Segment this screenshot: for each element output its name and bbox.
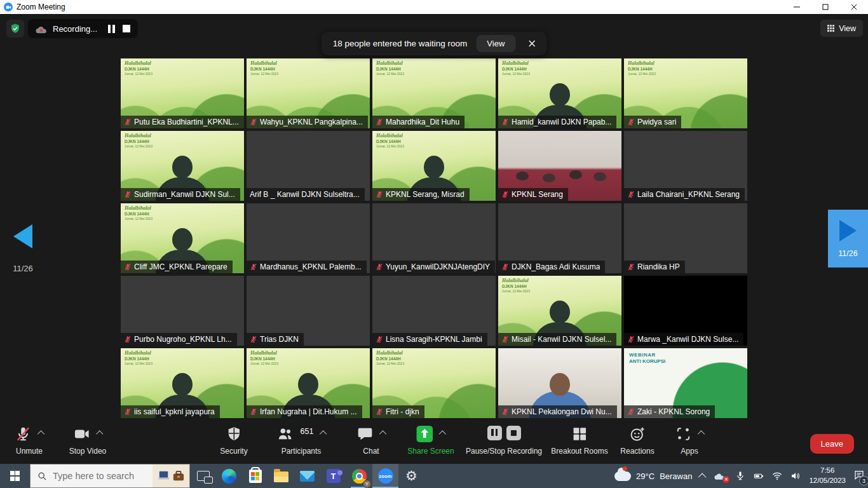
participant-name: Yuyun_KanwilDJKNJAtengDIY [386,262,490,271]
participant-name-label: Pwidya sari [624,116,681,128]
taskbar-clock[interactable]: 7:56 12/05/2023 [809,466,846,485]
taskbar-chrome[interactable]: Y [346,464,372,488]
chat-button[interactable]: Chat [357,426,386,456]
participant-tile[interactable]: Trias DJKN [247,276,370,346]
participant-tile[interactable]: HalalbihalalDJKN 1444HJumat, 12 Mei 2023… [247,348,370,418]
participant-tile[interactable]: HalalbihalalDJKN 1444HJumat, 12 Mei 2023… [372,58,496,128]
participant-tile[interactable]: HalalbihalalDJKN 1444HJumat, 12 Mei 2023… [498,276,621,346]
chevron-up-icon[interactable] [96,430,103,437]
participant-name: Zaki - KPKNL Sorong [637,407,710,416]
taskbar-file-explorer[interactable] [268,464,294,488]
participant-name-label: Wahyu_KPKNL Pangkalpina... [247,116,368,128]
participant-tile[interactable]: HalalbihalalDJKN 1444HJumat, 12 Mei 2023… [372,131,496,201]
participant-tile[interactable]: HalalbihalalDJKN 1444HJumat, 12 Mei 2023… [498,58,621,128]
minimize-button[interactable] [782,0,811,14]
breakout-rooms-button[interactable]: Breakout Rooms [551,426,607,456]
participant-tile[interactable]: KPKNL Pekalongan Dwi Nu... [498,348,621,418]
teams-icon: T [327,469,341,483]
close-button[interactable] [839,0,868,14]
taskbar-settings[interactable]: ⚙ [398,464,424,488]
mic-muted-icon [376,408,383,416]
taskbar-teams[interactable]: T [320,464,346,488]
taskbar-store[interactable] [242,464,268,488]
clock-time: 7:56 [809,466,846,476]
weather-widget[interactable]: 29°C Berawan [614,471,692,481]
participant-tile[interactable]: HalalbihalalDJKN 1444HJumat, 12 Mei 2023… [121,131,244,201]
participant-tile[interactable]: Marwa _Kanwil DJKN Sulse... [624,276,747,346]
stop-video-button[interactable]: Stop Video [69,426,107,456]
tray-overflow-chevron-icon[interactable] [698,473,707,481]
participant-tile[interactable]: WEBINARANTI KORUPSI Zaki - KPKNL Sorong [624,348,747,418]
search-bing-image[interactable] [153,464,189,487]
participant-tile[interactable]: Purbo Nugroho_KPKNL Lh... [121,276,244,346]
reactions-button[interactable]: Reactions [620,426,654,456]
chevron-up-icon[interactable] [698,430,705,437]
toolbar-button-label: Security [220,447,247,456]
taskbar-edge[interactable] [216,464,242,488]
start-button[interactable] [0,464,30,488]
mic-muted-icon [627,191,635,198]
apps-button[interactable]: Apps [675,426,704,456]
next-page-button[interactable]: 11/26 [828,210,868,268]
mic-muted-icon [250,408,257,416]
participant-name-label: Arif B _ Kanwil DJKN Sulseltra... [247,188,365,201]
taskbar-search[interactable] [30,464,190,488]
participant-tile[interactable]: Yuyun_KanwilDJKNJAtengDIY [372,203,496,273]
participant-tile[interactable]: Lisna Saragih-KPKNL Jambi [372,276,496,346]
participant-tile[interactable]: HalalbihalalDJKN 1444HJumat, 12 Mei 2023… [624,58,747,128]
task-view-button[interactable] [190,464,216,488]
chevron-up-icon[interactable] [379,430,386,437]
participants-button[interactable]: 651Participants [277,426,326,456]
waiting-room-notification: 18 people entered the waiting room View [322,32,547,55]
mic-muted-icon [501,191,509,198]
unmute-button[interactable]: Unmute [15,426,44,456]
participant-tile[interactable]: HalalbihalalDJKN 1444HJumat, 12 Mei 2023… [121,348,244,418]
waiting-room-view-button[interactable]: View [476,35,515,52]
volume-icon[interactable] [790,471,801,481]
participant-tile[interactable]: Arif B _ Kanwil DJKN Sulseltra... [247,131,370,201]
participant-tile[interactable]: HalalbihalalDJKN 1444HJumat, 12 Mei 2023… [247,58,370,128]
onedrive-icon[interactable]: ✕ [714,471,727,480]
search-input[interactable] [53,471,142,481]
maximize-button[interactable] [811,0,839,14]
action-center-button[interactable]: 3 [854,470,864,482]
participant-name: Mahardhika_Dit Huhu [386,118,459,126]
participant-tile[interactable]: HalalbihalalDJKN 1444HJumat, 12 Mei 2023… [121,58,244,128]
participant-tile[interactable]: KPKNL Serang [498,131,621,201]
tray-mic-icon[interactable] [735,471,745,481]
battery-icon[interactable] [754,471,764,481]
security-button[interactable]: Security [220,426,247,456]
meeting-security-badge[interactable] [6,20,24,37]
leave-button[interactable]: Leave [810,434,854,454]
taskbar-mail[interactable] [294,464,320,488]
wifi-icon[interactable] [772,471,782,481]
share-screen-button[interactable]: Share Screen [407,426,454,456]
participant-name: Mardhanus_KPKNL Palemb... [260,262,362,271]
stop-recording-icon[interactable] [123,25,130,32]
pause-stop-recording-button[interactable]: Pause/Stop Recording [466,426,542,456]
participant-name-label: KPKNL Serang [498,188,568,201]
pause-recording-icon[interactable] [108,25,115,33]
taskbar-zoom[interactable]: zoom [372,464,398,488]
participant-tile[interactable]: Mardhanus_KPKNL Palemb... [247,203,370,273]
participant-tile[interactable]: DJKN_Bagas Adi Kusuma [498,203,621,273]
participant-tile[interactable]: Riandika HP [624,203,747,273]
chevron-up-icon[interactable] [439,430,446,437]
participant-tile[interactable]: HalalbihalalDJKN 1444HJumat, 12 Mei 2023… [121,203,244,273]
chevron-up-icon[interactable] [320,430,327,437]
chevron-up-icon[interactable] [37,430,44,437]
participant-name: Lisna Saragih-KPKNL Jambi [386,335,482,344]
participant-head-silhouette [550,373,570,396]
notification-close-icon[interactable] [524,37,539,50]
zoom-icon: zoom [378,468,393,484]
edge-icon [222,469,236,484]
mic-muted-icon [501,336,509,343]
mic-muted-icon [124,408,132,416]
waiting-room-message: 18 people entered the waiting room [333,39,468,48]
participant-name-label: Lisna Saragih-KPKNL Jambi [372,333,487,346]
view-button[interactable]: View [820,20,863,37]
mic-muted-icon [124,118,132,126]
participant-tile[interactable]: Laila Chairani_KPKNL Serang [624,131,747,201]
previous-page-button[interactable]: 11/26 [8,224,37,273]
participant-tile[interactable]: HalalbihalalDJKN 1444HJumat, 12 Mei 2023… [372,348,496,418]
